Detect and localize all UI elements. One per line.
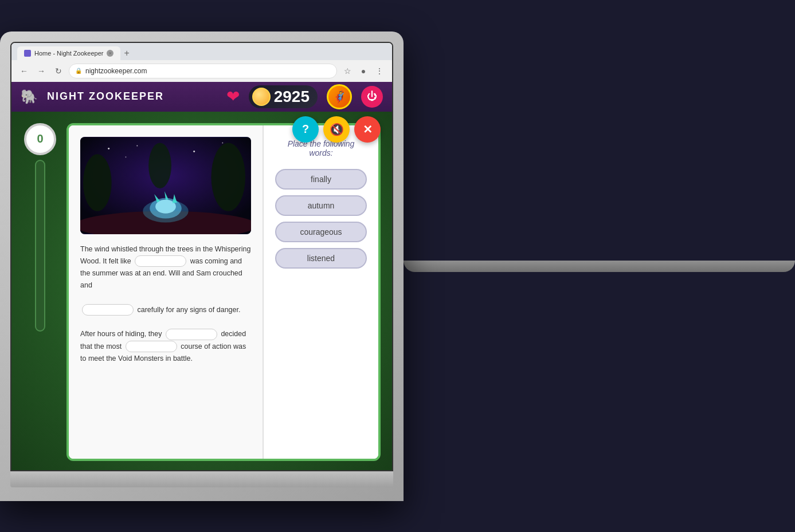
heart-icon: ❤ (226, 87, 240, 106)
lock-icon: 🔒 (75, 68, 82, 74)
card-left-panel: The wind whistled through the trees in t… (69, 125, 264, 459)
svg-point-13 (193, 150, 195, 152)
svg-point-2 (211, 143, 245, 211)
address-bar[interactable]: 🔒 nightzookeeper.com (69, 64, 337, 78)
browser-nav-bar: ← → ↻ 🔒 nightzookeeper.com ☆ ● ⋮ (11, 60, 392, 82)
close-exercise-button[interactable]: ✕ (354, 116, 381, 143)
exercise-card: The wind whistled through the trees in t… (66, 123, 381, 461)
blank-slot-1[interactable] (135, 255, 186, 267)
word-chip-listened[interactable]: listened (275, 248, 367, 269)
nav-actions: ☆ ● ⋮ (340, 64, 386, 78)
score-bar (35, 160, 45, 332)
profile-button[interactable]: ● (357, 64, 370, 78)
menu-button[interactable]: ⋮ (373, 64, 386, 78)
svg-point-3 (148, 143, 171, 188)
logo-area: 🐘 NIGHT ZOOKEEPER (21, 89, 164, 105)
svg-point-12 (136, 145, 138, 146)
svg-point-11 (108, 147, 109, 149)
blank-slot-2[interactable] (82, 304, 134, 316)
story-text: The wind whistled through the trees in t… (80, 243, 251, 365)
browser-chrome: Home - Night Zookeeper × + ← → ↻ 🔒 night… (11, 43, 392, 82)
game-content: 0 (11, 112, 392, 471)
score-sidebar: 0 (23, 123, 57, 461)
laptop-frame: Home - Night Zookeeper × + ← → ↻ 🔒 night… (0, 31, 404, 501)
svg-point-15 (125, 156, 126, 157)
word-chip-finally[interactable]: finally (275, 169, 367, 190)
help-button[interactable]: ? (292, 116, 319, 143)
laptop-base (10, 471, 393, 487)
blank-slot-3[interactable] (166, 329, 217, 340)
back-button[interactable]: ← (17, 64, 31, 78)
game-logo-text: NIGHT ZOOKEEPER (47, 90, 164, 103)
current-score: 0 (37, 132, 43, 145)
coin-icon (252, 88, 271, 106)
mute-icon: 🔇 (330, 123, 344, 136)
blank-slot-4[interactable] (126, 341, 177, 352)
svg-point-14 (222, 142, 223, 143)
new-tab-button[interactable]: + (120, 48, 132, 58)
score-display: 2925 (274, 88, 310, 106)
story-part4: After hours of hiding, they (80, 330, 162, 338)
word-chip-courageous[interactable]: courageous (275, 222, 367, 242)
refresh-button[interactable]: ↻ (52, 64, 65, 78)
url-text: nightzookeeper.com (85, 67, 147, 75)
player-avatar[interactable]: 🦸 (327, 84, 352, 109)
browser-tab[interactable]: Home - Night Zookeeper × (17, 46, 120, 60)
laptop-screen: Home - Night Zookeeper × + ← → ↻ 🔒 night… (10, 42, 393, 471)
power-button[interactable]: ⏻ (361, 86, 383, 108)
word-options: finally autumn courageous listened (275, 169, 367, 269)
forward-button[interactable]: → (34, 64, 48, 78)
card-right-panel: Place the following words: finally autum… (264, 125, 378, 459)
bookmark-button[interactable]: ☆ (340, 64, 354, 78)
story-part3: carefully for any signs of danger. (137, 306, 240, 314)
game-area: 🐘 NIGHT ZOOKEEPER ❤ 2925 🦸 ⏻ ? 🔇 (11, 82, 392, 471)
tab-close-button[interactable]: × (107, 50, 113, 57)
score-bubble: 2925 (249, 85, 318, 108)
score-circle: 0 (24, 123, 56, 155)
tab-title: Home - Night Zookeeper (34, 50, 103, 57)
floating-buttons: ? 🔇 ✕ (292, 116, 381, 143)
laptop-bottom (404, 261, 795, 272)
mute-button[interactable]: 🔇 (323, 116, 350, 143)
browser-tab-bar: Home - Night Zookeeper × + (11, 43, 392, 60)
svg-point-1 (83, 154, 112, 211)
tab-favicon (24, 50, 31, 57)
game-header: 🐘 NIGHT ZOOKEEPER ❤ 2925 🦸 ⏻ (11, 82, 392, 112)
story-image (80, 137, 251, 234)
word-chip-autumn[interactable]: autumn (275, 195, 367, 216)
header-right: ❤ 2925 🦸 ⏻ (226, 84, 383, 109)
elephant-logo-icon: 🐘 (21, 89, 41, 105)
